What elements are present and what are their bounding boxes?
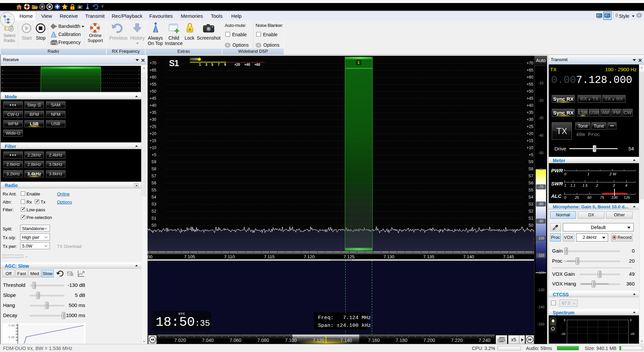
svg-text:-5 dB: -5 dB bbox=[7, 336, 15, 339]
svg-text:0 dB: 0 dB bbox=[8, 324, 15, 327]
